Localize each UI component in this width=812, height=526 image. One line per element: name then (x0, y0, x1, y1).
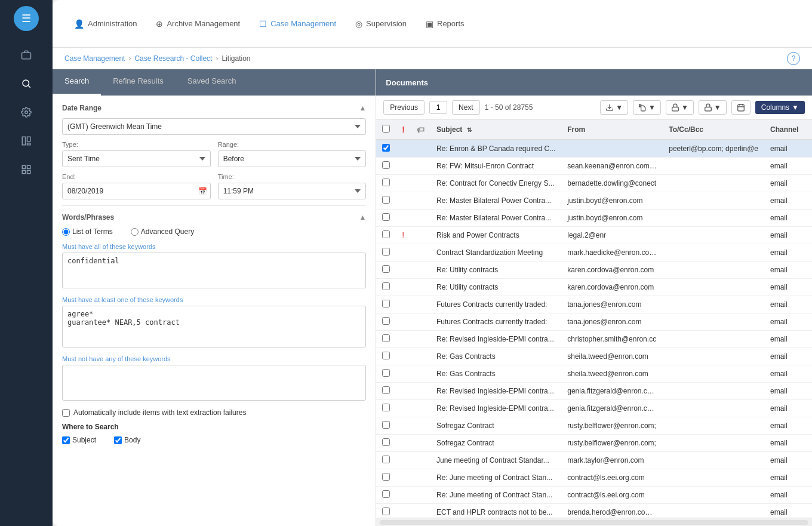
row-checkbox-cell[interactable] (376, 296, 396, 313)
row-checkbox[interactable] (382, 161, 390, 169)
nav-case-management[interactable]: ☐ Case Management (250, 14, 346, 33)
row-checkbox-cell[interactable] (376, 279, 396, 296)
row-checkbox-cell[interactable] (376, 487, 396, 504)
radio-list-of-terms-label[interactable]: List of Terms (62, 227, 113, 236)
row-subject[interactable]: Sofregaz Contract (430, 435, 561, 452)
row-checkbox[interactable] (382, 386, 390, 394)
sidebar-icon-panel[interactable] (14, 129, 38, 153)
row-checkbox-cell[interactable] (376, 158, 396, 175)
sidebar-icon-grid[interactable] (14, 158, 38, 182)
calendar-icon[interactable]: 📅 (198, 187, 207, 195)
col-to-cc-bcc[interactable]: To/Cc/Bcc (663, 120, 764, 140)
lock2-actions-button[interactable]: ▼ (699, 100, 727, 115)
row-checkbox[interactable] (382, 213, 390, 221)
row-subject[interactable]: Re: June meeting of Contract Stan... (430, 469, 561, 487)
documents-table[interactable]: ! 🏷 Subject ⇅ From To/Cc/Bcc (376, 120, 812, 518)
checkbox-body[interactable] (114, 436, 122, 444)
row-checkbox[interactable] (382, 421, 390, 429)
row-checkbox-cell[interactable] (376, 417, 396, 435)
col-checkbox[interactable] (376, 120, 396, 140)
page-input[interactable] (429, 101, 447, 114)
auto-include-checkbox[interactable] (62, 409, 70, 417)
checkbox-body-label[interactable]: Body (114, 436, 140, 444)
row-subject[interactable]: Re: Contract for Conectiv Energy S... (430, 175, 561, 192)
calendar-action-button[interactable] (731, 100, 751, 115)
row-subject[interactable]: Futures Contracts currently traded: (430, 296, 561, 313)
row-checkbox-cell[interactable] (376, 210, 396, 227)
radio-advanced-query[interactable] (131, 228, 139, 236)
row-checkbox[interactable] (382, 230, 390, 238)
row-checkbox[interactable] (382, 265, 390, 273)
previous-button[interactable]: Previous (383, 100, 425, 115)
row-subject[interactable]: Re: Revised Ingleside-EPMI contra... (430, 400, 561, 417)
breadcrumb-item-1[interactable]: Case Management (64, 54, 125, 63)
sidebar-logo[interactable]: ☰ (14, 6, 39, 31)
row-checkbox[interactable] (382, 490, 390, 498)
row-checkbox[interactable] (382, 317, 390, 325)
col-subject[interactable]: Subject ⇅ (430, 120, 561, 140)
row-subject[interactable]: Contract Standardization Meeting (430, 244, 561, 262)
type-select[interactable]: Sent Time (62, 150, 211, 167)
sidebar-icon-briefcase[interactable] (14, 43, 38, 67)
row-checkbox[interactable] (382, 404, 390, 411)
row-checkbox-cell[interactable] (376, 227, 396, 244)
time-select[interactable]: 11:59 PM (218, 183, 367, 199)
must-not-have-input[interactable] (62, 365, 366, 401)
row-checkbox-cell[interactable] (376, 192, 396, 210)
col-channel[interactable]: Channel (764, 120, 812, 140)
row-subject[interactable]: Re: FW: Mitsui-Enron Contract (430, 158, 561, 175)
row-subject[interactable]: Re: Utility contracts (430, 279, 561, 296)
row-checkbox[interactable] (382, 507, 390, 515)
row-subject[interactable]: ECT and HPLR contracts not to be... (430, 504, 561, 518)
sidebar-icon-search[interactable] (14, 72, 38, 96)
row-checkbox[interactable] (382, 248, 390, 256)
row-subject[interactable]: Futures Contracts currently traded: (430, 313, 561, 331)
checkbox-subject-label[interactable]: Subject (62, 436, 96, 444)
row-subject[interactable]: Re: Utility contracts (430, 262, 561, 279)
col-from[interactable]: From (561, 120, 663, 140)
row-subject[interactable]: Re: Gas Contracts (430, 348, 561, 365)
select-all-checkbox[interactable] (382, 125, 390, 133)
row-checkbox-cell[interactable] (376, 435, 396, 452)
checkbox-subject[interactable] (62, 436, 70, 444)
tab-saved-search[interactable]: Saved Search (176, 69, 248, 96)
breadcrumb-item-2[interactable]: Case Research - Collect (134, 54, 212, 63)
row-checkbox-cell[interactable] (376, 244, 396, 262)
row-checkbox-cell[interactable] (376, 469, 396, 487)
tab-search[interactable]: Search (53, 69, 101, 96)
row-checkbox[interactable] (382, 438, 390, 446)
help-button[interactable]: ? (787, 52, 800, 65)
row-checkbox-cell[interactable] (376, 262, 396, 279)
sidebar-icon-settings[interactable] (14, 100, 38, 124)
must-have-all-input[interactable]: confidential (62, 253, 366, 288)
radio-advanced-query-label[interactable]: Advanced Query (131, 227, 194, 236)
row-checkbox[interactable] (382, 282, 390, 290)
row-checkbox[interactable] (382, 369, 390, 377)
collapse-words-phrases[interactable]: ▲ (359, 213, 366, 222)
nav-supervision[interactable]: ◎ Supervision (346, 14, 416, 33)
row-checkbox-cell[interactable] (376, 365, 396, 383)
row-checkbox[interactable] (382, 144, 390, 152)
row-checkbox-cell[interactable] (376, 331, 396, 348)
export-button[interactable]: ▼ (600, 100, 628, 115)
row-checkbox-cell[interactable] (376, 400, 396, 417)
row-checkbox-cell[interactable] (376, 175, 396, 192)
row-checkbox[interactable] (382, 456, 390, 463)
nav-administration[interactable]: 👤 Administration (64, 14, 146, 33)
next-button[interactable]: Next (452, 100, 480, 115)
row-subject[interactable]: Re: Revised Ingleside-EPMI contra... (430, 331, 561, 348)
row-checkbox[interactable] (382, 179, 390, 186)
row-subject[interactable]: Risk and Power Contracts (430, 227, 561, 244)
range-select[interactable]: Before (218, 150, 367, 167)
row-checkbox-cell[interactable] (376, 504, 396, 518)
nav-reports[interactable]: ▣ Reports (416, 14, 474, 33)
columns-button[interactable]: Columns ▼ (755, 101, 805, 114)
row-subject[interactable]: Re: June meeting of Contract Stan... (430, 487, 561, 504)
row-checkbox[interactable] (382, 334, 390, 342)
row-checkbox-cell[interactable] (376, 140, 396, 158)
radio-list-of-terms[interactable] (62, 228, 70, 236)
row-subject[interactable]: Re: Master Bilateral Power Contra... (430, 192, 561, 210)
row-checkbox-cell[interactable] (376, 383, 396, 400)
row-checkbox-cell[interactable] (376, 313, 396, 331)
row-subject[interactable]: June meeting of Contract Standar... (430, 452, 561, 469)
